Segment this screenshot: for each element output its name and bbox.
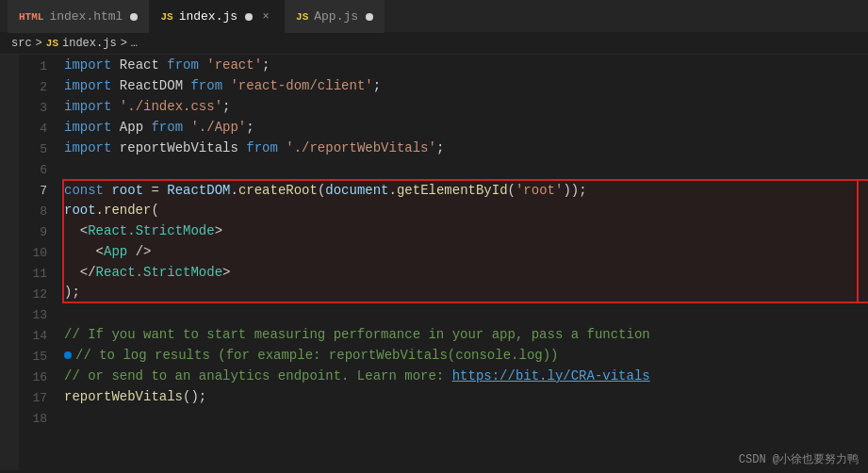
tab-close-button[interactable]: × bbox=[258, 9, 273, 24]
code-line-13 bbox=[64, 303, 868, 324]
ln-11: 11 bbox=[19, 264, 60, 285]
ln-8: 8 bbox=[19, 202, 60, 222]
js-icon-active: JS bbox=[160, 11, 172, 23]
code-line-5: import reportWebVitals from './reportWeb… bbox=[64, 138, 868, 158]
ln-14: 14 bbox=[19, 326, 60, 347]
ln-3: 3 bbox=[19, 98, 60, 119]
code-line-12: ); bbox=[64, 283, 868, 303]
breadcrumb: src > JS index.js > … bbox=[0, 33, 868, 55]
ln-6: 6 bbox=[19, 160, 60, 181]
ln-17: 17 bbox=[19, 388, 60, 409]
code-line-11: </React.StrictMode> bbox=[64, 262, 868, 283]
ln-12: 12 bbox=[19, 285, 60, 305]
html-icon: HTML bbox=[19, 11, 43, 23]
ln-18: 18 bbox=[19, 409, 60, 430]
line-numbers: 1 2 3 4 5 6 7 8 9 10 11 12 13 14 15 16 1… bbox=[19, 55, 60, 470]
js-icon-app: JS bbox=[296, 11, 308, 23]
code-line-10: <App /> bbox=[64, 241, 868, 262]
tab-label-app-js: App.js bbox=[314, 9, 358, 24]
breadcrumb-sep2: > bbox=[121, 37, 127, 50]
code-line-2: import ReactDOM from 'react-dom/client'; bbox=[64, 75, 868, 96]
activity-bar bbox=[0, 55, 19, 470]
code-line-7: const root = ReactDOM.createRoot(documen… bbox=[64, 179, 868, 200]
breadcrumb-js-icon: JS bbox=[46, 38, 58, 49]
code-line-8: root.render( bbox=[64, 200, 868, 220]
tab-bar: HTML index.html JS index.js × JS App.js bbox=[0, 0, 868, 33]
ln-7: 7 bbox=[19, 181, 60, 202]
code-line-15: // to log results (for example: reportWe… bbox=[64, 345, 868, 366]
tab-label-index-js: index.js bbox=[179, 9, 237, 24]
tab-app-js[interactable]: JS App.js bbox=[285, 0, 385, 33]
ln-16: 16 bbox=[19, 367, 60, 388]
tab-index-html[interactable]: HTML index.html bbox=[8, 0, 149, 33]
ln-13: 13 bbox=[19, 305, 60, 326]
watermark: CSDN @小徐也要努力鸭 bbox=[739, 451, 859, 467]
ln-1: 1 bbox=[19, 57, 60, 77]
dirty-indicator-app bbox=[366, 13, 373, 21]
breadcrumb-sep1: > bbox=[36, 37, 42, 50]
breadcrumb-symbol: … bbox=[131, 37, 138, 50]
ln-9: 9 bbox=[19, 222, 60, 243]
code-line-1: import React from 'react'; bbox=[64, 55, 868, 75]
ln-2: 2 bbox=[19, 77, 60, 98]
code-editor[interactable]: import React from 'react'; import ReactD… bbox=[60, 55, 868, 470]
ln-4: 4 bbox=[19, 119, 60, 139]
code-line-4: import App from './App'; bbox=[64, 117, 868, 138]
code-line-18 bbox=[64, 407, 868, 428]
dirty-indicator-active bbox=[245, 13, 253, 21]
breakpoint-indicator bbox=[64, 351, 72, 359]
code-line-3: import './index.css'; bbox=[64, 96, 868, 117]
breadcrumb-file: index.js bbox=[62, 37, 117, 50]
tab-index-js[interactable]: JS index.js × bbox=[149, 0, 285, 33]
tab-label-index-html: index.html bbox=[49, 9, 123, 24]
editor-container: 1 2 3 4 5 6 7 8 9 10 11 12 13 14 15 16 1… bbox=[0, 55, 868, 470]
breadcrumb-src: src bbox=[11, 37, 32, 50]
ln-10: 10 bbox=[19, 243, 60, 264]
code-line-16: // or send to an analytics endpoint. Lea… bbox=[64, 366, 868, 386]
code-line-17: reportWebVitals(); bbox=[64, 386, 868, 407]
ln-15: 15 bbox=[19, 347, 60, 367]
ln-5: 5 bbox=[19, 139, 60, 160]
code-line-9: <React.StrictMode> bbox=[64, 220, 868, 241]
code-line-6 bbox=[64, 158, 868, 179]
dirty-indicator bbox=[130, 13, 138, 21]
code-line-14: // If you want to start measuring perfor… bbox=[64, 324, 868, 345]
